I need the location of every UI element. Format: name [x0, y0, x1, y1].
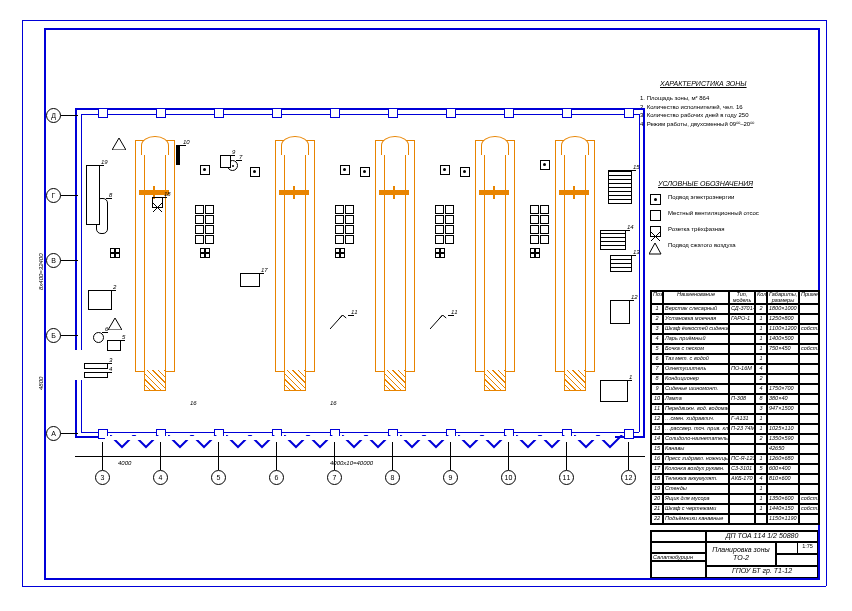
- grid-col-bubble: 3: [95, 470, 110, 485]
- wall-seg: [643, 108, 645, 438]
- parts-cell: [799, 394, 819, 404]
- small-block: [205, 215, 214, 224]
- parts-cell: [729, 324, 755, 334]
- parts-cell: АКБ-170: [729, 474, 755, 484]
- equipment-19: [86, 165, 100, 225]
- parts-cell: Установка моечная: [663, 314, 729, 324]
- legend-label: Розетка трёхфазная: [668, 226, 788, 233]
- parts-cell: Огнетушитель: [663, 364, 729, 374]
- frame-outer-top: [22, 20, 826, 21]
- parts-cell: 1400×500: [767, 334, 799, 344]
- equipment-2: [88, 290, 112, 310]
- equipment-11: [330, 315, 348, 329]
- tb-title: Планировка зоны ТО-2: [706, 542, 776, 566]
- parts-cell: [729, 354, 755, 364]
- parts-cell: 1350×590: [767, 434, 799, 444]
- parts-cell: [799, 424, 819, 434]
- small-block: [540, 235, 549, 244]
- tb-cell-a: [651, 531, 706, 542]
- parts-cell: Таз мет. с водой: [663, 354, 729, 364]
- parts-cell: [799, 404, 819, 414]
- parts-cell: 1: [755, 494, 767, 504]
- parts-cell: [767, 354, 799, 364]
- parts-header: Наименование: [663, 291, 729, 304]
- power-symbol: [360, 167, 370, 177]
- parts-cell: [799, 434, 819, 444]
- parts-cell: [755, 514, 767, 524]
- legend-label: Местный вентиляционный отсос: [668, 210, 788, 217]
- parts-cell: Ларь приёмный: [663, 334, 729, 344]
- small-block: [445, 225, 454, 234]
- parts-cell: [799, 304, 819, 314]
- parts-cell: [767, 364, 799, 374]
- parts-cell: 1: [755, 504, 767, 514]
- small-block: [345, 235, 354, 244]
- column-pin: [504, 108, 514, 118]
- legend-label: Подвод электроэнергии: [668, 194, 788, 201]
- parts-cell: …рассвер. точ. прив. клапн.: [663, 424, 729, 434]
- small-block: [540, 205, 549, 214]
- equipment-18: [152, 197, 163, 208]
- parts-cell: 1: [755, 324, 767, 334]
- parts-cell: СД-3701-04: [729, 304, 755, 314]
- small-block: [435, 225, 444, 234]
- parts-cell: 2: [651, 314, 663, 324]
- svg-marker-6: [108, 318, 122, 330]
- parts-cell: 16: [651, 454, 663, 464]
- pit-steps: [284, 370, 306, 391]
- parts-cell: 6: [651, 354, 663, 364]
- parts-cell: 2: [755, 434, 767, 444]
- parts-cell: [729, 484, 755, 494]
- parts-cell: С3-3101: [729, 464, 755, 474]
- power-symbol: [200, 165, 210, 175]
- small-block: [435, 205, 444, 214]
- parts-cell: 21: [651, 504, 663, 514]
- grid-col-bubble: 9: [443, 470, 458, 485]
- grid-col-bubble: 7: [327, 470, 342, 485]
- column-pin: [330, 108, 340, 118]
- parts-cell: [729, 374, 755, 384]
- power-symbol: [250, 167, 260, 177]
- equipment-9: [220, 155, 231, 168]
- svg-marker-2: [649, 243, 661, 254]
- frame-inner-bottom: [44, 578, 818, 580]
- characteristics-item-4: 4. Режим работы, двухсменный 09⁰⁰–20⁰⁰: [640, 121, 754, 128]
- parts-cell: 18: [651, 474, 663, 484]
- grid-col-bubble: 11: [559, 470, 574, 485]
- grid-row-bubble: А: [46, 426, 61, 441]
- legend-label: Подвод сжатого воздуха: [668, 242, 788, 249]
- parts-cell: 22: [651, 514, 663, 524]
- small-block: [195, 205, 204, 214]
- parts-cell: [755, 444, 767, 454]
- column-pin: [272, 108, 282, 118]
- parts-cell: Подъёмники канавные: [663, 514, 729, 524]
- parts-cell: 20: [651, 494, 663, 504]
- parts-cell: [799, 354, 819, 364]
- parts-cell: П-308: [729, 394, 755, 404]
- parts-cell: [799, 384, 819, 394]
- parts-cell: [799, 464, 819, 474]
- parts-cell: 1: [651, 304, 663, 314]
- grid-tick: [60, 433, 78, 434]
- parts-cell: [799, 514, 819, 524]
- air-symbol: [108, 316, 122, 334]
- grid-col-bubble: 12: [621, 470, 636, 485]
- characteristics-block: ХАРАКТЕРИСТИКА ЗОНЫ 1. Площадь зоны, м² …: [640, 80, 754, 113]
- parts-cell: 1750×700: [767, 384, 799, 394]
- equipment-17: [240, 273, 260, 287]
- grid-tick: [60, 115, 78, 116]
- parts-cell: [799, 454, 819, 464]
- wall-seg: [639, 114, 640, 432]
- small-block: [530, 215, 539, 224]
- small-block: [540, 215, 549, 224]
- parts-cell: 9: [651, 384, 663, 394]
- column-pin: [562, 108, 572, 118]
- parts-cell: Стенды: [663, 484, 729, 494]
- equipment-14: [600, 230, 626, 250]
- small-block: [205, 235, 214, 244]
- parts-cell: 3: [755, 404, 767, 414]
- dimension-text: 4800: [38, 377, 45, 390]
- parts-cell: 10: [651, 394, 663, 404]
- parts-cell: 2: [755, 374, 767, 384]
- parts-cell: Г-А131: [729, 414, 755, 424]
